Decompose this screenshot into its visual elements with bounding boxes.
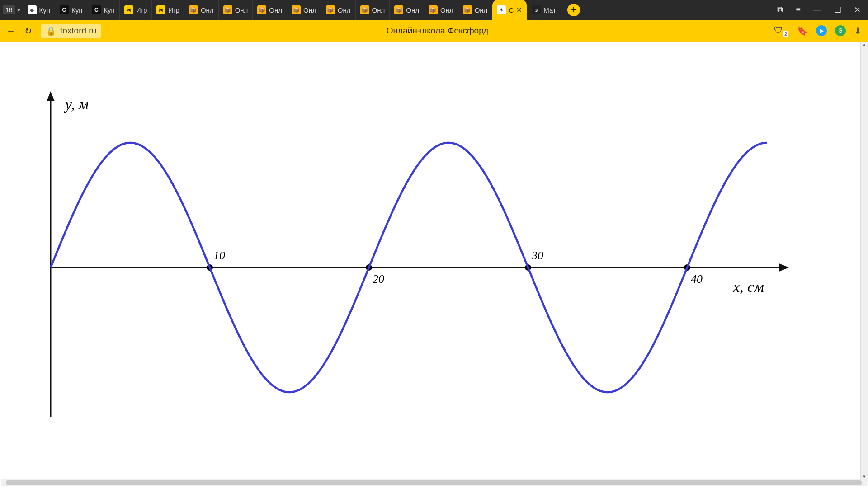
extension-icon-2[interactable]: G	[835, 25, 846, 36]
tab-favicon: ✶	[497, 5, 506, 14]
bookmark-icon[interactable]: 🔖	[797, 25, 808, 36]
tab-label: Игр	[168, 6, 179, 14]
browser-tab[interactable]: ⋈Игр	[120, 0, 152, 20]
tab-label: Куп	[71, 6, 82, 14]
browser-tab[interactable]: 📦Онл	[219, 0, 253, 20]
tab-label: Игр	[136, 6, 147, 14]
address-bar: ← ↻ 🔒 foxford.ru Онлайн-школа Фоксфорд 🛡…	[0, 20, 868, 42]
browser-tab[interactable]: 📦Онл	[424, 0, 458, 20]
browser-titlebar: 16 ▾ ◆КупCКупCКуп⋈Игр⋈Игр📦Онл📦Онл📦Онл📦Он…	[0, 0, 868, 20]
back-icon[interactable]: ←	[6, 26, 15, 36]
tab-favicon: ⋈	[124, 5, 133, 14]
tab-favicon: ◆	[28, 5, 37, 14]
close-window-icon[interactable]: ✕	[854, 5, 861, 15]
x-tick-label: 30	[531, 249, 543, 262]
tab-label: Онл	[303, 6, 316, 14]
reload-icon[interactable]: ↻	[24, 25, 32, 36]
menu-icon[interactable]: ≡	[796, 5, 801, 15]
wave-chart: y, мx, см10203040	[1, 42, 860, 475]
browser-tab[interactable]: 📦Онл	[184, 0, 219, 20]
tab-label: Онл	[406, 6, 419, 14]
tracker-shield-icon[interactable]: 🛡2	[774, 25, 788, 37]
browser-tab[interactable]: CКуп	[55, 0, 87, 20]
tab-label: Онл	[338, 6, 351, 14]
tab-label: Онл	[201, 6, 214, 14]
tab-favicon: C	[60, 5, 69, 14]
browser-tab[interactable]: 📦Онл	[287, 0, 321, 20]
minimize-icon[interactable]: —	[813, 5, 821, 15]
browser-tab[interactable]: CКуп	[87, 0, 119, 20]
vertical-scrollbar[interactable]: ▴▾	[860, 42, 868, 481]
tab-label: Онл	[372, 6, 385, 14]
downloads-icon[interactable]: ⬇	[854, 25, 862, 36]
tab-label: Онл	[235, 6, 248, 14]
browser-tab[interactable]: зМат	[527, 0, 561, 20]
browser-tab[interactable]: 📦Онл	[390, 0, 424, 20]
chevron-down-icon: ▾	[17, 6, 20, 14]
tab-favicon: C	[92, 5, 101, 14]
url-box[interactable]: 🔒 foxford.ru	[41, 24, 101, 38]
tab-favicon: з	[532, 5, 541, 14]
x-axis-arrow-icon	[779, 263, 789, 272]
page-title: Онлайн-школа Фоксфорд	[110, 26, 765, 36]
tab-label: Онл	[475, 6, 488, 14]
y-axis-label: y, м	[64, 96, 89, 113]
url-text: foxford.ru	[60, 26, 96, 36]
tab-strip: ◆КупCКупCКуп⋈Игр⋈Игр📦Онл📦Онл📦Онл📦Онл📦Онл…	[23, 0, 561, 20]
tab-favicon: 📦	[257, 5, 266, 14]
tab-label: Куп	[104, 6, 114, 14]
tab-favicon: 📦	[429, 5, 438, 14]
tab-label: С	[509, 6, 514, 14]
tab-label: Онл	[440, 6, 453, 14]
tab-favicon: 📦	[326, 5, 335, 14]
tab-favicon: ⋈	[156, 5, 165, 14]
tab-label: Мат	[543, 6, 556, 14]
browser-tab[interactable]: 📦Онл	[356, 0, 390, 20]
tab-count[interactable]: 16 ▾	[3, 5, 20, 14]
browser-tab[interactable]: ⋈Игр	[152, 0, 184, 20]
x-tick-label: 20	[373, 272, 384, 286]
tab-favicon: 📦	[292, 5, 301, 14]
tab-favicon: 📦	[394, 5, 403, 14]
maximize-icon[interactable]: ☐	[834, 5, 841, 15]
new-tab-button[interactable]: +	[567, 4, 580, 16]
tab-count-badge: 16	[3, 5, 15, 14]
tab-label: Онл	[269, 6, 282, 14]
x-tick-label: 40	[691, 272, 703, 286]
x-tick-label: 10	[213, 249, 225, 262]
page-content: y, мx, см10203040	[1, 42, 867, 486]
horizontal-scrollbar[interactable]	[1, 479, 867, 486]
browser-tab[interactable]: 📦Онл	[458, 0, 493, 20]
tabs-overview-icon[interactable]: ⧉	[777, 5, 783, 15]
lock-icon: 🔒	[46, 26, 57, 36]
browser-tab[interactable]: ◆Куп	[23, 0, 55, 20]
window-controls: ⧉ ≡ — ☐ ✕	[777, 5, 868, 15]
browser-tab[interactable]: ✶С✕	[492, 0, 527, 20]
browser-tab[interactable]: 📦Онл	[253, 0, 287, 20]
browser-tab[interactable]: 📦Онл	[321, 0, 356, 20]
extension-icon-1[interactable]: ▶	[816, 25, 827, 36]
tab-close-icon[interactable]: ✕	[516, 6, 522, 14]
x-axis-label: x, см	[732, 278, 764, 295]
tab-favicon: 📦	[463, 5, 472, 14]
tab-favicon: 📦	[360, 5, 369, 14]
tab-label: Куп	[39, 6, 50, 14]
y-axis-arrow-icon	[47, 91, 55, 101]
tab-favicon: 📦	[223, 5, 232, 14]
tab-favicon: 📦	[189, 5, 198, 14]
